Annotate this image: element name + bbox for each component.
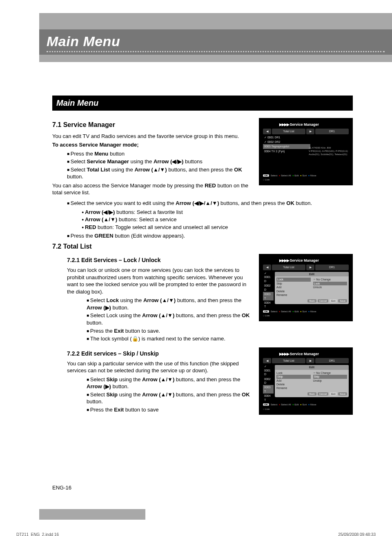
panel-buttons: Back Cancel Exit Save <box>276 392 347 396</box>
ch: 0002 D <box>263 283 274 292</box>
list-7-1-a: Press the Menu button Select Service Man… <box>52 150 252 180</box>
tab-dr1: DR1 <box>315 129 349 134</box>
channel-row: ✓ 0002 DR2 <box>263 140 310 144</box>
label: Edit <box>294 403 298 406</box>
p-access-label: To access Service Manager mode; <box>52 141 252 149</box>
li: Arrow (▲/▼) buttons: Select a service <box>82 216 353 223</box>
li: Press the GREEN button (Edit window appe… <box>67 232 353 240</box>
p-also: You can also access the Service Manager … <box>52 182 252 196</box>
sm-title: Service Manager <box>263 258 349 263</box>
heading-7-2-1: 7.2.1 Edit Services – Lock / Unlock <box>67 256 252 264</box>
li: Press the Menu button <box>67 150 252 158</box>
li: Select Lock using the Arrow (▲/▼) button… <box>87 312 252 326</box>
header-box: Main Menu <box>39 29 392 55</box>
li: Select Skip using the Arrow (▲/▼) button… <box>87 391 252 405</box>
label: Select <box>271 310 278 313</box>
live-label: Live <box>263 314 349 317</box>
page: Main Menu Main Menu 7.1 Service Manager … <box>0 13 392 536</box>
page-title: Main Menu <box>47 33 385 49</box>
opt: Lock <box>276 371 311 375</box>
footer-left: DT211_ENG_2.indd 16 <box>16 532 59 536</box>
ok-badge: OK <box>263 310 269 313</box>
ch: 0003 T <box>263 292 274 300</box>
bottom-bar: OK Select Select All Edit Sort Move Live <box>263 310 349 317</box>
opt: Skip <box>276 282 311 285</box>
screenshot-edit-skip: Service Manager ◀ Total List ▶ DR1 ✓ 000… <box>259 347 353 415</box>
arrow-left-icon: ◀ <box>263 358 271 363</box>
opt: Lock <box>276 278 311 281</box>
ch: 0002 D <box>263 377 274 385</box>
cancel-button: Cancel <box>318 299 329 302</box>
li: Arrow (◀/▶) buttons: Select a favorite l… <box>82 209 353 216</box>
label: Edit <box>294 310 298 313</box>
opt: Unskip <box>313 379 347 383</box>
info-line: V-PID(111), A-PID(121), P-PID(111) <box>309 150 348 153</box>
label: Select All <box>281 174 291 177</box>
exit-button: Exit <box>330 299 337 302</box>
channel-row: 0004 TV 2 (Fyn) <box>263 149 310 153</box>
label: Select All <box>281 403 291 406</box>
list-7-1-b: Select the service you want to edit usin… <box>52 200 353 207</box>
li: Press the Exit button to save. <box>87 327 252 335</box>
opt: Delete <box>276 383 311 386</box>
edit-header: Edit <box>275 365 349 369</box>
footer-right: 25/09/2008 09:48:33 <box>338 532 376 536</box>
opt: Skip <box>276 375 311 378</box>
opt: Unlock <box>313 285 347 289</box>
ch: ✓ 0001 D <box>263 364 274 376</box>
list-7-1-c: Press the GREEN button (Edit window appe… <box>52 232 353 240</box>
opt: Rename <box>276 293 311 297</box>
label: Sort <box>302 310 307 313</box>
arrow-left-icon: ◀ <box>263 265 271 270</box>
cancel-button: Cancel <box>318 392 329 396</box>
heading-7-2-2: 7.2.2 Edit services – Skip / Unskip <box>67 350 252 358</box>
li: Press the Exit button to save <box>87 406 252 414</box>
save-button: Save <box>338 392 347 396</box>
label: Select <box>271 174 278 177</box>
arrow-right-icon: ▶ <box>306 265 314 270</box>
label: Move <box>310 174 316 177</box>
back-button: Back <box>307 299 316 302</box>
ok-badge: OK <box>263 174 269 177</box>
content: Main Menu 7.1 Service Manager You can ed… <box>52 96 353 415</box>
ch: ✓ 0001 D <box>263 271 274 283</box>
edit-header: Edit <box>275 272 349 276</box>
li: Select Lock using the Arrow (▲/▼) button… <box>87 297 252 311</box>
info-line: Audio(01), Subtitle(01), Teletext(01) <box>309 153 348 156</box>
li: Select Skip using the Arrow (▲/▼) button… <box>87 376 252 390</box>
opt: ☞ No Change <box>313 278 347 281</box>
sm-title: Service Manager <box>263 351 349 356</box>
edit-panel: Edit Lock Skip Add Delete Rename <box>275 365 349 397</box>
heading-7-2: 7.2 Total List <box>52 242 353 251</box>
li: Select Total List using the Arrow (▲/▼) … <box>67 166 252 180</box>
list-7-1-dots: Arrow (◀/▶) buttons: Select a favorite l… <box>52 209 353 231</box>
li: RED button: Toggle select all service an… <box>82 224 353 231</box>
label: Move <box>310 310 316 313</box>
opt: ☞ No Change <box>313 371 347 375</box>
screenshot-service-manager: Service Manager ◀ Total List ▶ DR1 ✓ 000… <box>259 118 353 185</box>
li: The lock symbol (🔒) is marked next to th… <box>87 335 252 343</box>
ch: 0003 T <box>263 385 274 394</box>
edit-panel: Edit Lock Skip Add Delete Rename <box>275 272 349 304</box>
arrow-right-icon: ▶ <box>306 129 314 134</box>
panel-buttons: Back Cancel Exit Save <box>276 299 347 302</box>
ch: 0004 T <box>263 394 274 402</box>
save-button: Save <box>338 299 347 302</box>
back-button: Back <box>307 392 316 396</box>
footer: DT211_ENG_2.indd 16 25/09/2008 09:48:33 <box>16 532 376 536</box>
label: Select <box>271 403 278 406</box>
heading-7-1: 7.1 Service Manager <box>52 120 252 129</box>
info-line: 21.474000 KHz, BW <box>309 147 348 150</box>
tab-dr1: DR1 <box>315 265 349 270</box>
label: Select All <box>281 310 291 313</box>
li: Select Service Manager using the Arrow (… <box>67 158 252 165</box>
arrow-right-icon: ▶ <box>306 358 314 363</box>
tab-total-list: Total List <box>272 129 305 134</box>
stream-info: 21.474000 KHz, BW V-PID(111), A-PID(121)… <box>309 147 348 156</box>
screenshot-edit-lock: Service Manager ◀ Total List ▶ DR1 ✓ 000… <box>259 254 353 321</box>
tab-total-list: Total List <box>272 265 305 270</box>
channel-row-selected: 0003 Tegnsprogstol <box>263 144 310 149</box>
label: Sort <box>302 174 307 177</box>
list-722: Select Skip using the Arrow (▲/▼) button… <box>52 376 252 414</box>
opt: Rename <box>276 386 311 390</box>
